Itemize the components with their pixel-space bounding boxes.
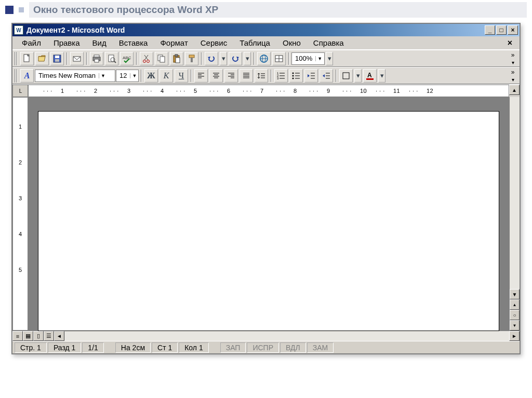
view-printlayout-button[interactable]: ▯ <box>33 331 44 341</box>
borders-dropdown[interactable]: ▾ <box>354 69 362 83</box>
browse-object-button[interactable]: ○ <box>510 310 520 320</box>
vertical-scrollbar[interactable]: ▼ ▲ ○ ▼ <box>509 97 520 331</box>
preview-button[interactable] <box>105 52 118 65</box>
save-button[interactable] <box>50 52 64 65</box>
menu-file[interactable]: Файл <box>16 37 47 49</box>
svg-point-15 <box>147 60 150 62</box>
align-center-button[interactable] <box>209 69 223 83</box>
svg-point-55 <box>292 75 294 76</box>
zoom-value: 100% <box>295 54 312 62</box>
document-viewport[interactable] <box>28 97 509 331</box>
menu-insert[interactable]: Вставка <box>113 37 154 49</box>
scroll-down-button[interactable]: ▼ <box>510 289 520 299</box>
toolbar-overflow-button[interactable]: »▾ <box>508 67 517 84</box>
tables-borders-button[interactable] <box>272 52 286 65</box>
italic-button[interactable]: К <box>159 69 173 83</box>
titlebar[interactable]: Документ2 - Microsoft Word _ □ × <box>12 24 520 36</box>
close-document-button[interactable]: × <box>503 38 516 48</box>
bullet-icon-small <box>19 7 24 12</box>
menu-edit[interactable]: Правка <box>47 37 86 49</box>
cut-button[interactable] <box>140 52 153 65</box>
menu-help[interactable]: Справка <box>307 37 350 49</box>
toolbar-grip[interactable] <box>15 52 18 65</box>
scroll-up-button[interactable]: ▲ <box>509 85 520 95</box>
prev-page-button[interactable]: ▲ <box>510 299 520 310</box>
separator <box>254 52 255 65</box>
tab-selector[interactable]: L <box>12 85 28 97</box>
toolbar-overflow-button[interactable]: »▾ <box>508 50 517 67</box>
minimize-button[interactable]: _ <box>485 25 495 35</box>
redo-dropdown[interactable]: ▾ <box>244 52 251 65</box>
copy-button[interactable] <box>155 52 168 65</box>
redo-button[interactable] <box>229 52 242 65</box>
spellcheck-button[interactable]: ABC <box>120 52 134 65</box>
view-weblayout-button[interactable]: ▦ <box>23 331 33 341</box>
mail-button[interactable] <box>70 52 84 65</box>
align-right-button[interactable] <box>224 69 238 83</box>
vertical-ruler[interactable]: 12345 <box>12 97 28 331</box>
bold-button[interactable]: Ж <box>144 69 158 83</box>
status-col: Кол 1 <box>179 342 208 353</box>
maximize-button[interactable]: □ <box>496 25 507 35</box>
format-painter-button[interactable] <box>185 52 198 65</box>
svg-rect-20 <box>176 58 180 63</box>
font-color-dropdown[interactable]: ▾ <box>378 69 385 83</box>
status-progress: 1/1 <box>82 342 103 353</box>
numbered-list-button[interactable]: 123 <box>274 69 288 83</box>
align-justify-button[interactable] <box>240 69 253 83</box>
decrease-indent-button[interactable] <box>304 69 318 83</box>
status-ext[interactable]: ВДЛ <box>280 342 306 353</box>
menu-window[interactable]: Окно <box>276 37 307 49</box>
zoom-dropdown[interactable]: 100% ▼ <box>291 52 325 65</box>
increase-indent-button[interactable] <box>320 69 333 83</box>
borders-button[interactable] <box>339 69 353 83</box>
new-document-button[interactable] <box>20 52 34 65</box>
separator <box>336 70 337 82</box>
underline-button[interactable]: Ч <box>175 69 188 83</box>
font-color-button[interactable]: A <box>363 69 377 83</box>
scroll-right-button[interactable]: ► <box>509 331 520 341</box>
menu-format[interactable]: Формат <box>154 37 194 49</box>
svg-point-54 <box>292 72 294 74</box>
undo-dropdown[interactable]: ▾ <box>220 52 227 65</box>
horizontal-ruler[interactable]: · · · 1· · · 2· · · 3· · · 4· · · 5· · ·… <box>28 85 509 97</box>
menu-tools[interactable]: Сервис <box>194 37 233 49</box>
horizontal-scrollbar[interactable]: ◄ ► <box>54 331 520 341</box>
word-icon[interactable] <box>14 25 23 35</box>
menu-view[interactable]: Вид <box>86 37 113 49</box>
scrollbar-track[interactable] <box>64 331 509 341</box>
window-title: Документ2 - Microsoft Word <box>26 26 484 34</box>
hyperlink-button[interactable] <box>257 52 271 65</box>
status-page: Стр. 1 <box>15 342 47 353</box>
svg-rect-3 <box>55 59 59 62</box>
menubar: Файл Правка Вид Вставка Формат Сервис Та… <box>12 36 520 50</box>
font-size-dropdown[interactable]: 12 ▼ <box>116 70 139 82</box>
scroll-left-button[interactable]: ◄ <box>54 331 64 341</box>
status-rec[interactable]: ЗАП <box>220 342 246 353</box>
print-button[interactable] <box>90 52 103 65</box>
page[interactable] <box>38 112 499 331</box>
scrollbar-track[interactable] <box>510 97 520 289</box>
bulleted-list-button[interactable] <box>289 69 303 83</box>
svg-rect-19 <box>175 54 178 57</box>
status-trk[interactable]: ИСПР <box>247 342 279 353</box>
styles-pane-button[interactable]: A <box>20 69 34 83</box>
menu-table[interactable]: Таблица <box>233 37 276 49</box>
view-normal-button[interactable]: ≡ <box>12 331 23 341</box>
paste-button[interactable] <box>170 52 183 65</box>
close-button[interactable]: × <box>508 25 518 35</box>
svg-rect-66 <box>343 73 349 79</box>
undo-button[interactable] <box>205 52 218 65</box>
align-left-button[interactable] <box>194 69 208 83</box>
next-page-button[interactable]: ▼ <box>510 320 520 331</box>
ruler-row: L · · · 1· · · 2· · · 3· · · 4· · · 5· ·… <box>12 84 520 97</box>
bullet-icon <box>5 6 14 14</box>
view-outline-button[interactable]: ☰ <box>44 331 54 341</box>
line-spacing-button[interactable] <box>255 69 268 83</box>
zoom-side-dropdown[interactable]: ▾ <box>326 52 333 65</box>
open-button[interactable] <box>35 52 49 65</box>
font-name-dropdown[interactable]: Times New Roman ▼ <box>35 70 115 82</box>
status-section: Разд 1 <box>48 342 81 353</box>
toolbar-grip[interactable] <box>15 69 18 83</box>
status-ovr[interactable]: ЗАМ <box>307 342 334 353</box>
